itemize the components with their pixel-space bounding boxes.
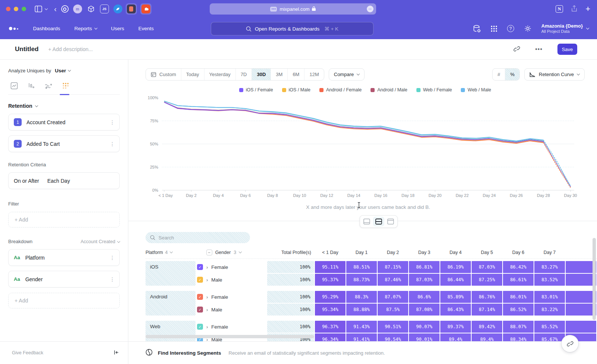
breakdown-card-platform[interactable]: Aa Platform ⋮ xyxy=(8,249,120,266)
retention-value-cell[interactable]: 86.44% xyxy=(440,274,471,286)
nav-events[interactable]: Events xyxy=(138,26,154,31)
criteria-mode[interactable]: On or After xyxy=(14,178,39,184)
day-column-header[interactable]: Day 4 xyxy=(440,250,471,255)
series-checkbox[interactable]: ✓ xyxy=(197,264,203,270)
retention-value-cell[interactable]: 86.61% xyxy=(503,274,534,286)
favicon-m-icon[interactable]: m xyxy=(73,4,82,13)
browser-sidebar-icon[interactable] xyxy=(35,6,42,12)
retention-value-cell[interactable]: 83.27% xyxy=(534,261,565,273)
report-title[interactable]: Untitled xyxy=(15,46,38,53)
retention-value-cell[interactable]: 90.51% xyxy=(378,321,408,333)
retention-value-cell[interactable]: 83.22% xyxy=(534,304,565,316)
compare-button[interactable]: Compare xyxy=(329,68,365,81)
retention-value-cell[interactable]: 88.73% xyxy=(346,274,377,286)
tab-retention[interactable] xyxy=(61,82,70,90)
day-column-header[interactable]: Day 7 xyxy=(534,250,565,255)
expand-chevron-icon[interactable]: › xyxy=(206,264,208,270)
series-checkbox[interactable]: ✓ xyxy=(197,277,203,283)
breakdown-card-gender[interactable]: Aa Gender ⋮ xyxy=(8,271,120,288)
share-icon[interactable] xyxy=(571,5,577,13)
breakdown-scope-selector[interactable]: Account Created xyxy=(81,239,120,244)
format-number-toggle[interactable]: # xyxy=(493,69,505,80)
retention-value-cell[interactable]: 95.29% xyxy=(315,291,346,303)
retention-value-cell[interactable]: 88.51% xyxy=(346,261,377,273)
platform-column-header[interactable]: Platform4 xyxy=(146,250,206,255)
retention-value-cell[interactable]: 87.46% xyxy=(378,274,408,286)
legend-item[interactable]: iOS / Female xyxy=(239,87,273,92)
retention-value-cell[interactable]: 88.3% xyxy=(346,291,377,303)
data-management-icon[interactable] xyxy=(473,25,481,33)
breakdown-property[interactable]: Gender xyxy=(25,276,110,282)
legend-item[interactable]: Android / Female xyxy=(319,87,362,92)
layout-split-button[interactable] xyxy=(373,217,384,226)
retention-value-cell[interactable]: 87.07% xyxy=(378,291,408,303)
retention-value-cell[interactable]: 90.07% xyxy=(409,321,440,333)
favicon-cube-icon[interactable] xyxy=(87,4,96,13)
retention-value-cell[interactable]: 95.37% xyxy=(315,274,346,286)
retention-value-cell[interactable]: 89.42% xyxy=(472,321,502,333)
expand-chevron-icon[interactable]: › xyxy=(206,294,208,300)
range-30d[interactable]: 30D xyxy=(252,69,271,80)
retention-value-cell[interactable]: 87.03% xyxy=(409,274,440,286)
step-event-name[interactable]: Account Created xyxy=(26,119,110,125)
kebab-menu-icon[interactable]: ⋮ xyxy=(110,141,115,147)
retention-value-cell[interactable]: 95.34% xyxy=(315,304,346,316)
notion-extension-icon[interactable]: N xyxy=(556,5,563,13)
more-options-icon[interactable]: ••• xyxy=(535,46,543,53)
retention-value-cell[interactable]: 89.37% xyxy=(440,321,471,333)
copy-link-icon[interactable] xyxy=(513,46,520,53)
tab-funnels[interactable] xyxy=(27,82,36,90)
vertical-scrollbar[interactable] xyxy=(593,238,596,320)
back-icon[interactable]: ‹ xyxy=(54,5,57,13)
day-column-header[interactable]: Day 1 xyxy=(346,250,377,255)
favicon-reader-tab[interactable] xyxy=(126,3,137,15)
format-percent-toggle[interactable]: % xyxy=(505,69,519,80)
kebab-menu-icon[interactable]: ⋮ xyxy=(110,255,115,261)
line-chart-plot[interactable] xyxy=(162,98,574,192)
retention-value-cell[interactable]: 88.07% xyxy=(503,321,534,333)
tab-insights[interactable] xyxy=(10,82,19,90)
series-checkbox[interactable]: ✓ xyxy=(197,324,203,330)
table-search-input[interactable]: Search xyxy=(146,232,250,243)
retention-value-cell[interactable]: 86.01% xyxy=(503,291,534,303)
favicon-target-icon[interactable] xyxy=(61,5,69,13)
retention-value-cell[interactable]: 96.37% xyxy=(315,321,346,333)
step-card-1[interactable]: 1 Account Created ⋮ xyxy=(8,114,120,131)
retention-value-cell[interactable]: 85.52% xyxy=(534,321,565,333)
legend-item[interactable]: Android / Male xyxy=(371,87,407,92)
give-feedback-link[interactable]: Give Feedback xyxy=(12,350,43,355)
retention-value-cell[interactable]: 91.43% xyxy=(346,321,377,333)
legend-item[interactable]: Web / Female xyxy=(416,87,452,92)
add-filter-button[interactable]: + Add xyxy=(8,212,120,228)
expand-chevron-icon[interactable]: › xyxy=(206,324,208,330)
zoom-window-button[interactable] xyxy=(22,7,26,11)
step-card-2[interactable]: 2 Added To Cart ⋮ xyxy=(8,135,120,152)
chevron-down-icon[interactable] xyxy=(45,9,47,10)
mixpanel-logo[interactable] xyxy=(9,27,18,30)
kebab-menu-icon[interactable]: ⋮ xyxy=(110,276,115,282)
retention-value-cell[interactable]: 87.15% xyxy=(378,261,408,273)
tab-flows[interactable] xyxy=(44,82,53,90)
retention-value-cell[interactable] xyxy=(566,291,596,303)
retention-value-cell[interactable]: 85.89% xyxy=(440,291,471,303)
retention-value-cell[interactable]: 86.52% xyxy=(503,304,534,316)
select-all-checkbox[interactable]: – xyxy=(206,250,212,255)
report-description-placeholder[interactable]: + Add description... xyxy=(48,46,93,52)
retention-value-cell[interactable]: 87.08% xyxy=(409,304,440,316)
day-column-header[interactable]: < 1 Day xyxy=(315,250,346,255)
retention-value-cell[interactable] xyxy=(566,274,596,286)
legend-item[interactable]: Web / Male xyxy=(461,87,491,92)
layout-table-only-button[interactable] xyxy=(385,217,396,226)
range-custom[interactable]: Custom xyxy=(146,69,181,80)
retention-value-cell[interactable] xyxy=(566,321,596,333)
gender-column-header[interactable]: – Gender3 xyxy=(206,250,271,255)
favicon-soundcloud-tab[interactable] xyxy=(140,3,151,15)
criteria-interval[interactable]: Each Day xyxy=(47,178,70,184)
retention-value-cell[interactable]: 86.43% xyxy=(440,304,471,316)
analyze-entity-selector[interactable]: User xyxy=(55,68,66,73)
range-today[interactable]: Today xyxy=(181,69,204,80)
retention-value-cell[interactable]: 83.52% xyxy=(534,274,565,286)
legend-item[interactable]: iOS / Male xyxy=(282,87,310,92)
url-more-icon[interactable]: ••• xyxy=(367,6,373,12)
chart-type-selector[interactable]: Retention Curve xyxy=(524,68,585,81)
